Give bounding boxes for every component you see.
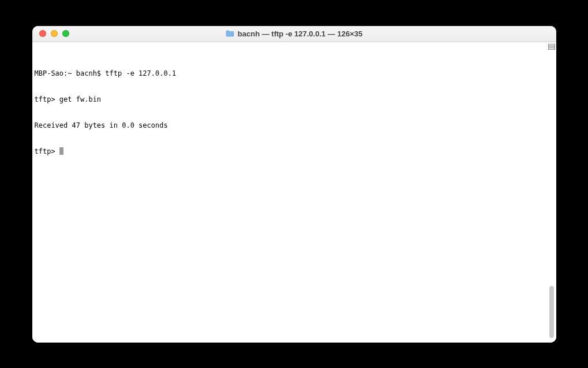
- maximize-button[interactable]: [62, 30, 69, 37]
- window-title-wrap: bacnh — tftp -e 127.0.0.1 — 126×35: [32, 29, 556, 38]
- folder-icon: [226, 30, 234, 37]
- close-button[interactable]: [39, 30, 46, 37]
- terminal-line: tftp> get fw.bin: [35, 95, 554, 104]
- terminal-line: Received 47 bytes in 0.0 seconds: [35, 121, 554, 130]
- terminal-prompt-line: tftp>: [35, 147, 554, 156]
- traffic-lights: [32, 30, 69, 37]
- minimize-button[interactable]: [51, 30, 58, 37]
- scrollbar-thumb[interactable]: [549, 286, 554, 338]
- terminal-prompt: tftp>: [35, 147, 59, 155]
- cursor: [59, 147, 63, 155]
- titlebar[interactable]: bacnh — tftp -e 127.0.0.1 — 126×35: [32, 26, 556, 42]
- terminal-line: MBP-Sao:~ bacnh$ tftp -e 127.0.0.1: [35, 69, 554, 78]
- terminal-window: bacnh — tftp -e 127.0.0.1 — 126×35 MBP-S…: [32, 26, 556, 343]
- terminal-body[interactable]: MBP-Sao:~ bacnh$ tftp -e 127.0.0.1 tftp>…: [32, 42, 556, 343]
- scrollbar-track[interactable]: [547, 42, 555, 343]
- window-title: bacnh — tftp -e 127.0.0.1 — 126×35: [238, 29, 362, 38]
